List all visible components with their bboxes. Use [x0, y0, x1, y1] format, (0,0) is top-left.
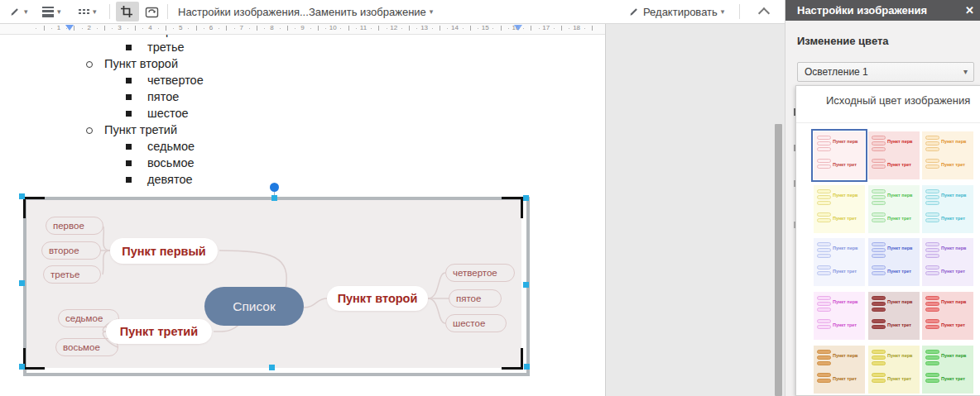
ruler-tick [219, 28, 219, 29]
resize-handle[interactable] [19, 193, 25, 199]
ruler-number: 15 [482, 24, 489, 31]
mini-leaf-pills [925, 212, 939, 224]
list-item[interactable]: Пункт второй [0, 56, 605, 73]
ruler-number: 12 [390, 24, 397, 31]
collapse-toolbar-button[interactable] [749, 2, 779, 21]
list-item[interactable]: восьмое [0, 155, 605, 172]
resize-handle[interactable] [19, 280, 25, 286]
page-edge [605, 23, 606, 396]
recolor-variant-olive[interactable]: Пункт первПункт трет [868, 346, 920, 394]
recolor-variant-brown[interactable]: Пункт первПункт трет [814, 346, 865, 394]
resize-handle[interactable] [271, 195, 277, 201]
indent-marker-right[interactable] [514, 25, 522, 31]
toolbar-separator [167, 4, 168, 19]
document-page[interactable]: второетретьеПункт второйчетвертоепятоеше… [0, 35, 605, 396]
resize-handle[interactable] [19, 364, 25, 370]
ruler-tick [226, 26, 227, 31]
mini-branch-label: Пункт трет [941, 376, 972, 381]
ruler-number: 5 [179, 24, 182, 31]
list-item[interactable]: четвертое [0, 73, 605, 89]
recolor-dropdown[interactable]: Осветление 1 ▾ [797, 62, 974, 82]
resize-handle[interactable] [524, 364, 530, 370]
recolor-variant-yellow[interactable]: Пункт первПункт трет [814, 185, 865, 233]
mini-leaf-pills [817, 373, 831, 384]
mini-branch-label: Пункт трет [941, 162, 972, 167]
recolor-variant-violet[interactable]: Пункт первПункт трет [922, 238, 973, 286]
line-weight-button[interactable]: ▾ [38, 2, 65, 21]
mindmap-image[interactable]: первое второе третье седьмое восьмое чет… [25, 198, 521, 368]
mini-leaf-pills [925, 296, 939, 313]
recolor-variant-red[interactable]: Пункт первПункт трет [868, 131, 920, 179]
image-options-button[interactable]: Настройки изображения... [174, 2, 313, 21]
image-options-panel: Настройки изображения ✕ Изменение цвета … [785, 0, 980, 396]
list-item[interactable]: третье [0, 40, 605, 56]
mini-branch-label: Пункт трет [833, 376, 863, 381]
mini-branch-label: Пункт трет [887, 269, 918, 274]
mini-leaf-pills [817, 296, 831, 313]
replace-image-button[interactable]: Заменить изображение ▾ [305, 2, 437, 21]
mini-branch-label: Пункт трет [833, 216, 863, 221]
ruler-number: 14 [451, 24, 459, 31]
line-color-button[interactable]: ▾ [5, 2, 32, 21]
recolor-variant-orange[interactable]: Пункт первПункт трет [922, 131, 973, 179]
recolor-variant-light-red[interactable]: Пункт первПункт трет [814, 131, 865, 179]
list-item-text: третье [147, 41, 185, 54]
mini-leaf-pills [925, 136, 939, 153]
ruler-tick [378, 26, 379, 31]
line-dash-button[interactable]: ▾ [74, 2, 101, 21]
mini-leaf-pills [925, 159, 939, 170]
ruler-tick [416, 28, 417, 29]
recolor-variant-strong-red[interactable]: Пункт первПункт трет [922, 292, 973, 340]
mini-leaf-pills [817, 212, 831, 224]
mini-branch-label: Пункт перв [833, 139, 863, 144]
mindmap-leaf: второе [41, 241, 101, 260]
ruler-number: 10 [329, 24, 337, 31]
recolor-variant-green[interactable]: Пункт первПункт трет [868, 185, 920, 233]
recolor-variant-blue[interactable]: Пункт первПункт трет [868, 238, 920, 286]
square-bullet [126, 94, 132, 100]
ruler-tick [127, 28, 128, 29]
list-item[interactable]: седьмое [0, 139, 605, 155]
mini-branch-label: Пункт трет [941, 216, 972, 221]
resize-handle[interactable] [523, 195, 529, 201]
mini-branch-label: Пункт перв [833, 246, 863, 250]
reset-image-button[interactable] [141, 2, 164, 21]
ruler-number: 18 [573, 24, 580, 31]
crop-button[interactable] [116, 2, 139, 21]
recolor-variant-magenta[interactable]: Пункт первПункт трет [814, 292, 865, 340]
close-icon[interactable]: ✕ [965, 0, 974, 21]
list-item[interactable]: девятое [0, 172, 605, 188]
document-scrollbar[interactable] [775, 124, 782, 396]
mini-branch-label: Пункт перв [887, 139, 918, 144]
indent-marker-left[interactable] [65, 25, 74, 31]
recolor-variant-light-blue[interactable]: Пункт первПункт трет [814, 238, 865, 286]
recolor-variant-strong-green[interactable]: Пункт первПункт трет [922, 346, 973, 394]
recolor-variant-dark-red[interactable]: Пункт первПункт трет [868, 292, 920, 340]
rotation-handle[interactable] [270, 183, 279, 192]
ruler-tick [249, 28, 250, 29]
recolor-variant-cyan[interactable]: Пункт первПункт трет [922, 185, 973, 233]
mini-branch-label: Пункт трет [887, 376, 918, 381]
menu-separator [796, 122, 980, 123]
ruler-tick [523, 28, 524, 29]
mini-leaf-pills [817, 189, 831, 207]
square-bullet [126, 45, 132, 50]
ruler-tick [287, 26, 288, 31]
mini-branch-label: Пункт перв [941, 139, 972, 144]
toolbar-separator [739, 4, 740, 19]
menu-item-original-color[interactable]: Исходный цвет изображения [826, 94, 970, 107]
edit-mode-button[interactable]: Редактировать ▾ [624, 2, 728, 21]
list-item[interactable]: шестое [0, 106, 605, 122]
ruler-tick [440, 26, 440, 31]
resize-handle[interactable] [523, 282, 529, 288]
ruler-tick [501, 26, 502, 31]
mini-leaf-pills [817, 319, 831, 331]
mini-leaf-pills [872, 136, 886, 153]
ruler-tick [97, 28, 98, 29]
ruler-tick [51, 28, 52, 29]
mini-branch-label: Пункт перв [941, 353, 972, 358]
list-item[interactable]: пятое [0, 89, 605, 106]
list-item[interactable]: Пункт третий [0, 122, 605, 139]
line-weight-icon [42, 5, 54, 19]
resize-handle[interactable] [269, 365, 275, 370]
